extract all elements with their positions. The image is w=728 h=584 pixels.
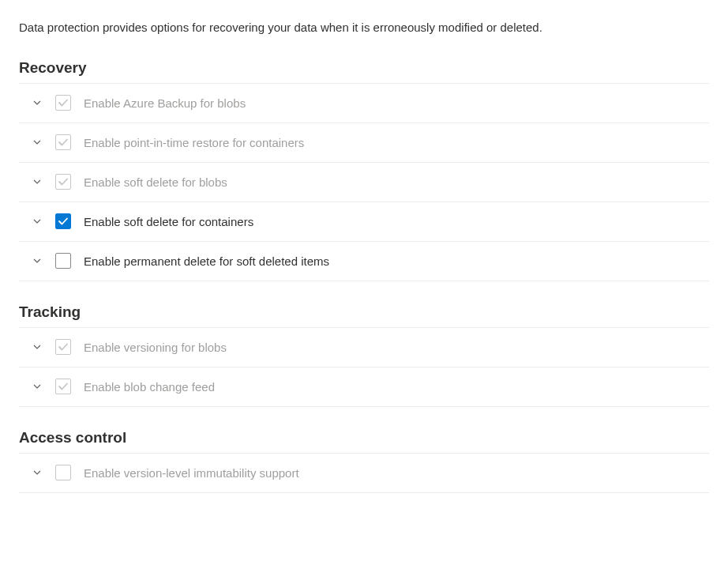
option-label: Enable versioning for blobs bbox=[84, 339, 227, 356]
checkbox-versioning bbox=[55, 339, 71, 355]
option-row: Enable versioning for blobs bbox=[19, 327, 709, 367]
chevron-down-icon[interactable] bbox=[32, 381, 43, 392]
page-description: Data protection provides options for rec… bbox=[19, 19, 709, 37]
option-label: Enable soft delete for containers bbox=[84, 213, 253, 230]
option-row: Enable point-in-time restore for contain… bbox=[19, 122, 709, 162]
access-heading: Access control bbox=[19, 429, 709, 446]
option-label: Enable soft delete for blobs bbox=[84, 174, 227, 190]
access-control-section: Access control Enable version-level immu… bbox=[19, 429, 709, 493]
recovery-heading: Recovery bbox=[19, 59, 709, 77]
checkbox-change-feed bbox=[55, 379, 71, 394]
chevron-down-icon[interactable] bbox=[32, 341, 43, 352]
tracking-heading: Tracking bbox=[19, 303, 709, 321]
option-row: Enable soft delete for containers bbox=[19, 202, 709, 241]
option-label: Enable blob change feed bbox=[84, 379, 215, 395]
chevron-down-icon[interactable] bbox=[32, 216, 43, 227]
option-label: Enable point-in-time restore for contain… bbox=[84, 134, 304, 151]
checkbox-soft-delete-blobs bbox=[55, 174, 71, 190]
option-label: Enable permanent delete for soft deleted… bbox=[84, 253, 329, 269]
option-row: Enable Azure Backup for blobs bbox=[19, 83, 709, 122]
option-row: Enable soft delete for blobs bbox=[19, 162, 709, 202]
chevron-down-icon[interactable] bbox=[32, 255, 43, 266]
chevron-down-icon[interactable] bbox=[32, 176, 43, 187]
option-row: Enable blob change feed bbox=[19, 367, 709, 407]
checkbox-soft-delete-containers[interactable] bbox=[55, 213, 71, 229]
tracking-section: Tracking Enable versioning for blobs Ena… bbox=[19, 303, 709, 407]
checkbox-azure-backup bbox=[55, 95, 71, 111]
recovery-section: Recovery Enable Azure Backup for blobs E… bbox=[19, 59, 709, 281]
chevron-down-icon[interactable] bbox=[32, 467, 43, 478]
option-label: Enable Azure Backup for blobs bbox=[84, 95, 246, 111]
checkbox-permanent-delete[interactable] bbox=[55, 253, 71, 269]
checkbox-immutability bbox=[55, 465, 71, 480]
chevron-down-icon[interactable] bbox=[32, 97, 43, 108]
checkbox-pitr bbox=[55, 134, 71, 150]
option-row: Enable permanent delete for soft deleted… bbox=[19, 241, 709, 281]
option-label: Enable version-level immutability suppor… bbox=[84, 465, 299, 481]
option-row: Enable version-level immutability suppor… bbox=[19, 453, 709, 493]
chevron-down-icon[interactable] bbox=[32, 137, 43, 148]
